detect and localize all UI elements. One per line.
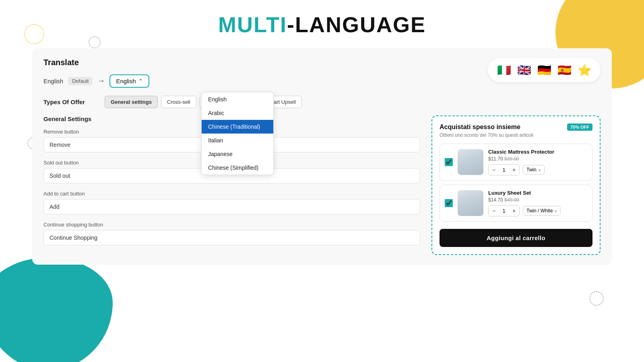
variant-select[interactable]: Twin / White∨: [523, 206, 561, 216]
page-title: MULTI-LANGUAGE: [32, 12, 612, 37]
product-card: Luxury Sheet Set$14.70 $49.00−1+Twin / W…: [440, 185, 592, 222]
product-checkbox[interactable]: [445, 199, 453, 207]
off-badge: 70% OFF: [567, 123, 592, 131]
add-to-cart-button[interactable]: Aggiungi al carrello: [440, 229, 592, 247]
types-of-offer-row: Types Of Offer General settingsCross-sel…: [43, 96, 601, 108]
product-prices: $14.70 $49.00: [488, 197, 587, 203]
field-input[interactable]: [43, 230, 420, 245]
field-group: Continue shopping button: [43, 222, 420, 245]
product-controls: −1+Twin∨: [488, 164, 587, 175]
right-column: Acquistati spesso insieme 70% OFF Ottien…: [431, 115, 601, 255]
field-label: Continue shopping button: [43, 222, 420, 228]
flag-icon[interactable]: 🇬🇧: [516, 62, 532, 78]
two-column-layout: General Settings Remove buttonSold out b…: [43, 115, 601, 255]
field-input[interactable]: [43, 199, 420, 214]
dropdown-item[interactable]: Arabic: [202, 106, 273, 120]
product-info: Luxury Sheet Set$14.70 $49.00−1+Twin / W…: [488, 190, 587, 216]
product-widget: Acquistati spesso insieme 70% OFF Ottien…: [431, 115, 601, 255]
language-select-button[interactable]: English ⌃: [109, 74, 149, 88]
widget-title: Acquistati spesso insieme: [440, 123, 520, 131]
types-of-offer-label: Types Of Offer: [43, 99, 96, 105]
product-card: Classic Mattress Protector$11.70 $39.00−…: [440, 144, 592, 181]
qty-value: 1: [499, 167, 509, 173]
field-label: Add to cart button: [43, 191, 420, 197]
widget-header: Acquistati spesso insieme 70% OFF: [440, 123, 592, 131]
qty-value: 1: [499, 208, 509, 214]
flag-icon[interactable]: 🇩🇪: [536, 62, 552, 78]
products-container: Classic Mattress Protector$11.70 $39.00−…: [440, 144, 592, 222]
qty-plus-button[interactable]: +: [509, 165, 519, 175]
title-black-part: -LANGUAGE: [287, 12, 426, 37]
field-group: Add to cart button: [43, 191, 420, 214]
chevron-icon: ⌃: [138, 78, 143, 84]
flags-row: 🇮🇹🇬🇧🇩🇪🇪🇸⭐: [488, 58, 601, 82]
translate-card: Translate English Default → English ⌃ En…: [32, 48, 612, 265]
dropdown-item[interactable]: Japanese: [202, 147, 273, 161]
product-image: [458, 190, 483, 216]
product-info: Classic Mattress Protector$11.70 $39.00−…: [488, 149, 587, 175]
flag-icon[interactable]: 🇪🇸: [556, 62, 572, 78]
dropdown-item[interactable]: Chinese (Simplified): [202, 161, 273, 175]
variant-select[interactable]: Twin∨: [523, 165, 545, 175]
quantity-control: −1+: [488, 164, 520, 175]
qty-plus-button[interactable]: +: [509, 206, 519, 216]
dropdown-item[interactable]: Chinese (Traditional): [202, 120, 273, 134]
dot-circle-6: [589, 291, 604, 306]
selected-language-label: English: [116, 78, 136, 84]
product-image: [458, 149, 483, 175]
product-name: Classic Mattress Protector: [488, 149, 587, 155]
dropdown-item[interactable]: Italian: [202, 134, 273, 147]
product-prices: $11.70 $39.00: [488, 156, 587, 162]
arrow-icon: →: [97, 77, 105, 85]
qty-minus-button[interactable]: −: [489, 206, 499, 216]
product-checkbox[interactable]: [445, 158, 453, 166]
default-badge: Default: [68, 77, 93, 85]
flag-icon[interactable]: ⭐: [576, 62, 592, 78]
source-language-label: English: [43, 78, 63, 84]
title-teal-part: MULTI: [218, 12, 287, 37]
tab-button[interactable]: Cross-sell: [161, 96, 196, 108]
product-name: Luxury Sheet Set: [488, 190, 587, 196]
widget-subtitle: Ottieni uno sconto del 70% su questi art…: [440, 132, 592, 138]
product-controls: −1+Twin / White∨: [488, 205, 587, 216]
language-dropdown: EnglishArabicChinese (Traditional)Italia…: [201, 92, 274, 175]
flag-icon[interactable]: 🇮🇹: [496, 62, 512, 78]
dropdown-item[interactable]: English: [202, 93, 273, 106]
quantity-control: −1+: [488, 205, 520, 216]
qty-minus-button[interactable]: −: [489, 165, 499, 175]
tab-button[interactable]: General settings: [105, 96, 158, 108]
